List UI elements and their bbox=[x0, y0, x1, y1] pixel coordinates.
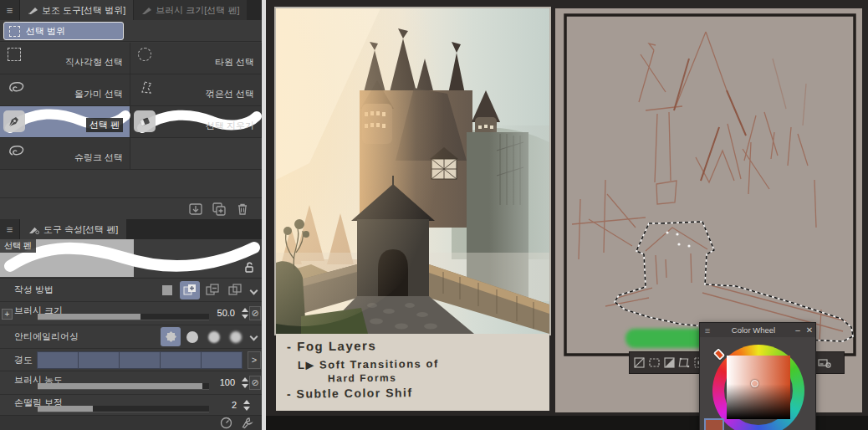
density-slider[interactable] bbox=[38, 383, 209, 390]
stroke-curve bbox=[0, 239, 262, 277]
density-value[interactable]: 100 bbox=[220, 377, 235, 387]
subtool-group-selection-range[interactable]: 선택 범위 bbox=[3, 22, 124, 40]
note-line: L▶ Soft Transitions of bbox=[298, 357, 439, 371]
aa-strong[interactable] bbox=[226, 327, 246, 346]
scale-rotate-selection-icon[interactable] bbox=[677, 354, 692, 371]
lasso-icon bbox=[8, 143, 26, 160]
tab-label: 브러시 크기[선택 펜] bbox=[156, 4, 239, 17]
tool-property-header: ≡ 도구 속성[선택 펜] bbox=[0, 219, 262, 239]
mode-add-selection[interactable] bbox=[180, 281, 200, 299]
no-dynamics-icon[interactable]: ⊘ bbox=[249, 376, 261, 390]
eraser-icon bbox=[134, 110, 156, 132]
pen-icon bbox=[28, 6, 38, 15]
row-method: 작성 방법 bbox=[0, 278, 262, 301]
hardness-seg-5[interactable] bbox=[202, 351, 243, 369]
current-color-swatch[interactable] bbox=[704, 418, 724, 430]
no-dynamics-icon[interactable]: ⊘ bbox=[249, 306, 261, 320]
unlocked-padlock-icon[interactable] bbox=[243, 262, 255, 274]
duplicate-icon[interactable] bbox=[212, 202, 227, 217]
castle-reference-photo bbox=[276, 8, 549, 334]
aa-none[interactable] bbox=[161, 327, 181, 346]
tab-label: 보조 도구[선택 범위] bbox=[42, 4, 125, 17]
tool-property-menu-icon[interactable]: ≡ bbox=[0, 219, 20, 239]
tab-subtool-selection[interactable]: 보조 도구[선택 범위] bbox=[20, 0, 133, 20]
tool-property-footer bbox=[0, 415, 262, 430]
tool-selection-pen[interactable]: 선택 펜 bbox=[0, 106, 130, 138]
tool-polyline-select[interactable]: 꺾은선 선택 bbox=[130, 74, 262, 106]
mode-select-overlap[interactable] bbox=[225, 281, 245, 299]
brush-stroke-preview: 선택 펜 bbox=[0, 239, 262, 277]
group-label: 선택 범위 bbox=[26, 25, 65, 38]
pen-nib-icon bbox=[3, 110, 25, 132]
tool-property-palette: ≡ 도구 속성[선택 펜] 선택 펜 작성 방법 bbox=[0, 219, 262, 430]
dashed-ellipse-icon bbox=[138, 48, 151, 61]
preview-tool-label: 선택 펜 bbox=[0, 239, 36, 253]
color-wheel-window[interactable]: ≡ Color Wheel – ✕ bbox=[699, 322, 816, 430]
hue-cursor[interactable] bbox=[713, 348, 726, 361]
empty-cell bbox=[130, 138, 262, 170]
reselect-icon[interactable] bbox=[647, 354, 661, 371]
row-hardness: 경도 > bbox=[0, 348, 262, 371]
stabilization-slider[interactable] bbox=[38, 406, 209, 412]
minimize-icon[interactable]: – bbox=[792, 325, 804, 335]
pen-icon bbox=[141, 6, 152, 15]
import-icon[interactable] bbox=[188, 202, 203, 217]
hardness-seg-4[interactable] bbox=[161, 351, 202, 369]
trash-icon[interactable] bbox=[235, 202, 250, 217]
color-wheel-titlebar[interactable]: ≡ Color Wheel – ✕ bbox=[700, 323, 815, 337]
chevron-down-icon[interactable] bbox=[250, 333, 258, 341]
dashed-rectangle-icon bbox=[8, 48, 21, 61]
aa-weak[interactable] bbox=[182, 327, 202, 346]
hardness-seg-3[interactable] bbox=[120, 351, 161, 369]
row-antialiasing: 안티에일리어싱 bbox=[0, 325, 262, 348]
tab-brush-size[interactable]: 브러시 크기[선택 펜] bbox=[133, 0, 247, 20]
subtool-footer bbox=[0, 197, 262, 219]
left-dock: ≡ 보조 도구[선택 범위] 브러시 크기[선택 펜] 선택 범위 직사각형 선… bbox=[0, 0, 262, 430]
density-stepper[interactable] bbox=[242, 377, 248, 388]
row-brush-size: + 브러시 크기 50.0 ⊘ bbox=[0, 301, 262, 325]
saturation-value-square[interactable] bbox=[727, 356, 790, 419]
row-density: 브러시 농도 100 ⊘ bbox=[0, 371, 262, 394]
row-stabilization: 손떨림 보정 2 bbox=[0, 394, 262, 415]
tool-property-title: 도구 속성[선택 펜] bbox=[43, 223, 118, 236]
close-icon[interactable]: ✕ bbox=[804, 325, 815, 335]
deselect-icon[interactable] bbox=[632, 354, 646, 371]
tool-lasso-select[interactable]: 올가미 선택 bbox=[0, 74, 130, 106]
tool-shrink-select[interactable]: 슈링크 선택 bbox=[0, 138, 130, 170]
launcher-settings-icon[interactable] bbox=[818, 354, 832, 371]
color-wheel-menu-icon[interactable]: ≡ bbox=[700, 325, 715, 335]
hardness-expand-arrow[interactable]: > bbox=[248, 351, 261, 369]
dashed-rectangle-icon bbox=[9, 26, 20, 37]
mode-new-selection[interactable] bbox=[157, 281, 177, 299]
brush-size-stepper[interactable] bbox=[242, 308, 248, 319]
subtool-menu-icon[interactable]: ≡ bbox=[0, 0, 20, 20]
dashed-polyline-icon bbox=[138, 79, 156, 96]
handwritten-notes: - Fog Layers L▶ Soft Transitions of Hard… bbox=[276, 334, 549, 411]
application-window: ≡ 보조 도구[선택 범위] 브러시 크기[선택 펜] 선택 범위 직사각형 선… bbox=[0, 0, 868, 430]
brush-size-value[interactable]: 50.0 bbox=[217, 308, 235, 318]
hardness-segments bbox=[37, 351, 243, 369]
brush-size-slider[interactable] bbox=[38, 314, 209, 320]
expand-plus-icon[interactable]: + bbox=[2, 309, 13, 320]
note-line: - Subtle Color Shif bbox=[287, 386, 413, 401]
invert-selection-icon[interactable] bbox=[662, 354, 677, 371]
hardness-seg-1[interactable] bbox=[37, 351, 79, 369]
mode-subtract-selection[interactable] bbox=[202, 281, 222, 299]
color-wheel-title: Color Wheel bbox=[715, 325, 792, 335]
tool-ellipse-select[interactable]: 타원 선택 bbox=[130, 43, 262, 74]
tool-property-tab[interactable]: 도구 속성[선택 펜] bbox=[20, 219, 126, 239]
wrench-icon[interactable] bbox=[241, 417, 253, 429]
tool-selection-eraser[interactable]: 선택 지우기 bbox=[130, 106, 262, 138]
lasso-icon bbox=[8, 79, 26, 96]
chevron-down-icon[interactable] bbox=[250, 286, 258, 294]
canvas-viewport[interactable]: - Fog Layers L▶ Soft Transitions of Hard… bbox=[266, 0, 868, 430]
aa-medium[interactable] bbox=[204, 327, 224, 346]
stabilization-stepper[interactable] bbox=[243, 400, 250, 411]
tool-rectangle-select[interactable]: 직사각형 선택 bbox=[0, 43, 130, 74]
subtool-tabbar: ≡ 보조 도구[선택 범위] 브러시 크기[선택 펜] bbox=[0, 0, 262, 20]
sv-cursor[interactable] bbox=[751, 380, 758, 387]
stabilization-value[interactable]: 2 bbox=[232, 400, 237, 410]
stroke-dynamics-icon[interactable] bbox=[220, 417, 232, 429]
hardness-seg-2[interactable] bbox=[79, 351, 120, 369]
sketch-frame bbox=[565, 15, 855, 355]
